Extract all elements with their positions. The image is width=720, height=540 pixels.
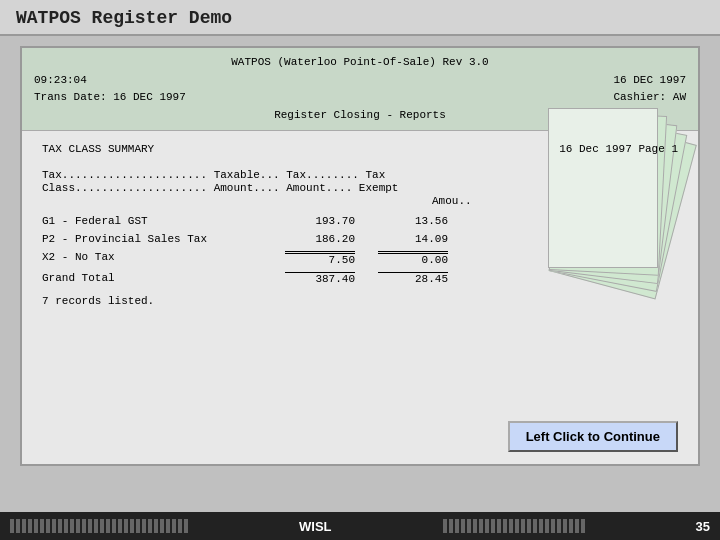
row-tax-x2: 0.00 [378,251,448,266]
row-tax-g1: 13.56 [378,215,448,227]
report-title-line: TAX CLASS SUMMARY 16 Dec 1997 Page 1 [42,143,678,155]
date-display: 16 DEC 1997 [613,72,686,90]
col-header-3: Amou.. [42,195,678,207]
continue-button[interactable]: Left Click to Continue [508,421,678,452]
col-header-2: Class.................... Amount.... Amo… [42,182,678,194]
footer-right-pattern [443,519,585,533]
time-display: 09:23:04 [34,72,87,90]
row-taxable-p2: 186.20 [285,233,355,245]
table-row: X2 - No Tax 7.50 0.00 [42,251,678,266]
report-rows: G1 - Federal GST 193.70 13.56 P2 - Provi… [42,215,678,285]
footer-left-pattern [10,519,188,533]
header-row-1: 09:23:04 16 DEC 1997 [34,72,686,90]
report-content: TAX CLASS SUMMARY 16 Dec 1997 Page 1 Tax… [22,131,698,319]
footer-label: WISL [299,519,332,534]
footer-number: 35 [696,519,710,534]
row-tax-total: 28.45 [378,272,448,285]
records-line: 7 records listed. [42,295,678,307]
report-title: TAX CLASS SUMMARY [42,143,154,155]
row-label-p2: P2 - Provincial Sales Tax [42,233,262,245]
table-row: P2 - Provincial Sales Tax 186.20 14.09 [42,233,678,245]
row-taxable-total: 387.40 [285,272,355,285]
cashier-info: Cashier: AW [613,89,686,107]
title-bar: WATPOS Register Demo [0,0,720,36]
app-title: WATPOS Register Demo [16,8,232,28]
report-date-page: 16 Dec 1997 Page 1 [559,143,678,155]
row-taxable-x2: 7.50 [285,251,355,266]
table-row-grand-total: Grand Total 387.40 28.45 [42,272,678,285]
row-label-x2: X2 - No Tax [42,251,262,266]
row-tax-p2: 14.09 [378,233,448,245]
trans-date: Trans Date: 16 DEC 1997 [34,89,186,107]
row-taxable-g1: 193.70 [285,215,355,227]
col-header-1: Tax...................... Taxable... Tax… [42,169,678,181]
system-info: WATPOS (Waterloo Point-Of-Sale) Rev 3.0 [34,54,686,72]
row-label-total: Grand Total [42,272,262,285]
header-row-2: Trans Date: 16 DEC 1997 Cashier: AW [34,89,686,107]
row-label-g1: G1 - Federal GST [42,215,262,227]
table-row: G1 - Federal GST 193.70 13.56 [42,215,678,227]
main-area: WATPOS (Waterloo Point-Of-Sale) Rev 3.0 … [20,46,700,466]
footer-bar: WISL 35 [0,512,720,540]
